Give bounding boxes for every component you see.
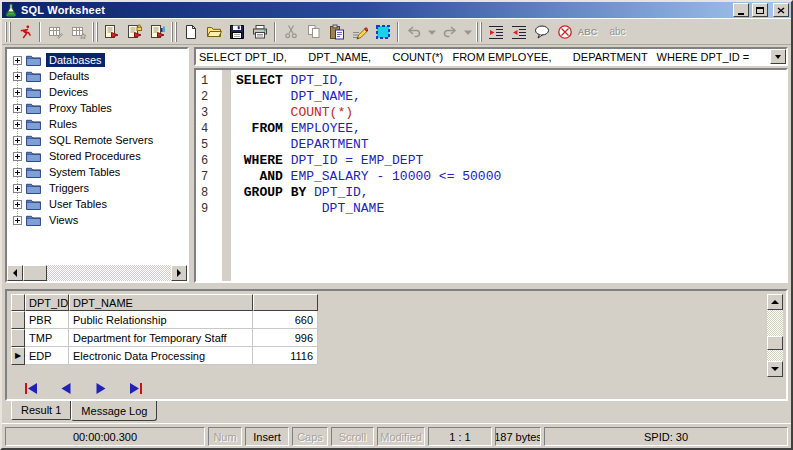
- tree-item-views[interactable]: Views: [7, 212, 187, 228]
- tree-item-devices[interactable]: Devices: [7, 84, 187, 100]
- tree-item-label: Triggers: [46, 181, 92, 195]
- redo-dropdown-icon: [460, 24, 476, 40]
- close-button[interactable]: [773, 3, 789, 17]
- previous-record-button[interactable]: [55, 380, 77, 396]
- column-header-blank[interactable]: [253, 294, 318, 311]
- sql-editor[interactable]: 1SELECT DPT_ID,2 DPT_NAME,3 COUNT(*)4 FR…: [194, 68, 788, 283]
- column-header-dpt-name[interactable]: DPT_NAME: [69, 294, 253, 311]
- combobox-dropdown-button[interactable]: [770, 49, 786, 64]
- file-run-button[interactable]: [100, 21, 123, 43]
- indent-button[interactable]: [484, 21, 507, 43]
- expand-plus-icon[interactable]: [13, 104, 22, 113]
- open-button[interactable]: [202, 21, 225, 43]
- next-record-button[interactable]: [90, 380, 112, 396]
- tree-item-label: Proxy Tables: [46, 101, 115, 115]
- select-block-button[interactable]: [371, 21, 394, 43]
- tree-item-stored-procedures[interactable]: Stored Procedures: [7, 148, 187, 164]
- folder-icon: [26, 198, 41, 210]
- object-tree-panel: DatabasesDefaultsDevicesProxy TablesRule…: [5, 47, 189, 283]
- new-button[interactable]: [179, 21, 202, 43]
- record-navigator: [7, 377, 786, 399]
- tree-item-proxy-tables[interactable]: Proxy Tables: [7, 100, 187, 116]
- toolbar-grip: [92, 22, 98, 42]
- tree-item-databases[interactable]: Databases: [7, 52, 187, 68]
- scroll-down-button[interactable]: [767, 361, 783, 377]
- row-selector[interactable]: ▶: [11, 347, 25, 365]
- toolbar-grip: [171, 22, 177, 42]
- copy-icon: [306, 24, 322, 40]
- spid-indicator: SPID: 30: [544, 427, 788, 446]
- column-header-dpt-id[interactable]: DPT_ID: [25, 294, 69, 311]
- scroll-up-button[interactable]: [767, 294, 783, 310]
- tab-result-1[interactable]: Result 1: [11, 401, 71, 420]
- cell-dpt-id: TMP: [25, 329, 69, 347]
- edit-data-grid-icon: [48, 24, 64, 40]
- print-button[interactable]: [248, 21, 271, 43]
- scrollbar-track[interactable]: [767, 310, 783, 361]
- scrollbar-thumb[interactable]: [23, 265, 47, 281]
- toolbar-sep: [274, 22, 276, 42]
- maximize-button[interactable]: [752, 3, 768, 17]
- expand-plus-icon[interactable]: [13, 56, 22, 65]
- expand-plus-icon[interactable]: [13, 200, 22, 209]
- line-number: 3: [196, 105, 222, 121]
- minimize-button[interactable]: [733, 3, 749, 17]
- add-comment-button[interactable]: [530, 21, 553, 43]
- tree-item-user-tables[interactable]: User Tables: [7, 196, 187, 212]
- scrollbar-track[interactable]: [47, 265, 171, 281]
- code-text: DPT_NAME: [222, 201, 384, 217]
- tree-item-sql-remote-servers[interactable]: SQL Remote Servers: [7, 132, 187, 148]
- tree-item-label: System Tables: [46, 165, 123, 179]
- code-text: AND EMP_SALARY - 10000 <= 50000: [222, 169, 501, 185]
- format-sql-button[interactable]: [348, 21, 371, 43]
- cell-dpt-name: Electronic Data Processing: [69, 347, 253, 365]
- tab-message-log[interactable]: Message Log: [71, 400, 157, 421]
- code-text: WHERE DPT_ID = EMP_DEPT: [222, 153, 423, 169]
- tree-item-rules[interactable]: Rules: [7, 116, 187, 132]
- file-run-chart-button[interactable]: [146, 21, 169, 43]
- expand-plus-icon[interactable]: [13, 120, 22, 129]
- folder-icon: [26, 166, 41, 178]
- scroll-right-button[interactable]: [171, 265, 187, 281]
- sql-worksheet-window: SQL Worksheet ABCabc DatabasesDefaultsDe…: [0, 0, 793, 450]
- code-line: 5 DEPARTMENT: [196, 137, 786, 153]
- row-selector[interactable]: [11, 329, 25, 347]
- expand-plus-icon[interactable]: [13, 168, 22, 177]
- folder-icon: [26, 150, 41, 162]
- cell-count: 660: [253, 311, 318, 329]
- tree-item-label: Defaults: [46, 69, 92, 83]
- tree-item-triggers[interactable]: Triggers: [7, 180, 187, 196]
- results-vertical-scrollbar[interactable]: [767, 294, 783, 377]
- expand-plus-icon[interactable]: [13, 136, 22, 145]
- scroll-left-button[interactable]: [7, 265, 23, 281]
- new-icon: [183, 24, 199, 40]
- statement-combobox[interactable]: SELECT DPT_ID, DPT_NAME, COUNT(*) FROM E…: [194, 47, 788, 66]
- expand-plus-icon[interactable]: [13, 72, 22, 81]
- first-record-button[interactable]: [20, 380, 42, 396]
- tree-item-defaults[interactable]: Defaults: [7, 68, 187, 84]
- execute-button[interactable]: [13, 21, 36, 43]
- expand-plus-icon[interactable]: [13, 88, 22, 97]
- status-indicator-scroll: Scroll: [331, 427, 374, 446]
- object-tree: DatabasesDefaultsDevicesProxy TablesRule…: [7, 49, 187, 265]
- tab-label: Result 1: [21, 404, 61, 416]
- expand-plus-icon[interactable]: [13, 152, 22, 161]
- tree-item-system-tables[interactable]: System Tables: [7, 164, 187, 180]
- tree-item-label: User Tables: [46, 197, 110, 211]
- expand-plus-icon[interactable]: [13, 184, 22, 193]
- expand-plus-icon[interactable]: [13, 216, 22, 225]
- paste-icon: [329, 24, 345, 40]
- tree-item-label: SQL Remote Servers: [46, 133, 156, 147]
- remove-comment-button[interactable]: [553, 21, 576, 43]
- last-record-button[interactable]: [125, 380, 147, 396]
- results-grid-area: DPT_IDDPT_NAMEPBRPublic Relationship660T…: [7, 291, 786, 377]
- toolbar-sep: [397, 22, 399, 42]
- tree-horizontal-scrollbar[interactable]: [7, 265, 187, 281]
- save-button[interactable]: [225, 21, 248, 43]
- file-run-lock-button[interactable]: [123, 21, 146, 43]
- paste-button[interactable]: [325, 21, 348, 43]
- scrollbar-thumb[interactable]: [767, 336, 783, 350]
- tab-label: Message Log: [81, 405, 147, 417]
- outdent-button[interactable]: [507, 21, 530, 43]
- row-selector[interactable]: [11, 311, 25, 329]
